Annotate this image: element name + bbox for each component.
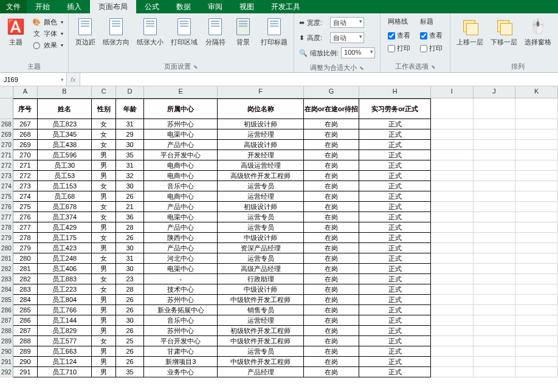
cell[interactable] (431, 346, 474, 357)
tab-7[interactable]: 开发工具 (263, 0, 309, 13)
cell[interactable]: 在岗 (304, 181, 360, 191)
cell[interactable]: 正式 (359, 274, 430, 284)
fx-label[interactable]: fx (67, 76, 80, 83)
cell[interactable] (474, 243, 516, 253)
fonts-button[interactable]: 文字体▾ (32, 29, 63, 38)
cell[interactable] (431, 315, 474, 326)
cell[interactable]: 35 (116, 367, 144, 377)
cell[interactable]: 销售专员 (218, 305, 303, 315)
cell[interactable]: 员工596 (38, 150, 92, 160)
row-head[interactable]: 292 (0, 367, 13, 377)
cell[interactable]: 28 (116, 222, 144, 233)
cell[interactable] (515, 367, 558, 377)
cell[interactable]: 员工345 (38, 129, 92, 140)
cell[interactable]: 在岗 (304, 191, 360, 202)
cell[interactable]: 正式 (359, 284, 430, 295)
height-combo[interactable]: 自动 (330, 32, 364, 43)
cell[interactable]: 正式 (359, 202, 430, 212)
cell[interactable]: 270 (13, 150, 38, 160)
cell[interactable]: 30 (116, 140, 144, 150)
cell[interactable]: 女 (92, 336, 116, 346)
cell[interactable]: 在岗 (304, 336, 360, 346)
cell[interactable] (474, 367, 516, 377)
row-head[interactable]: 274 (0, 181, 13, 191)
cell[interactable] (431, 119, 474, 129)
cell[interactable]: 31 (116, 253, 144, 264)
cell[interactable]: 男 (92, 160, 116, 171)
cell[interactable] (431, 181, 474, 191)
cell[interactable] (515, 140, 558, 150)
cell[interactable]: 在岗 (304, 357, 360, 367)
row-head[interactable]: 290 (0, 346, 13, 357)
cell[interactable]: 高级运营经理 (218, 160, 303, 171)
group-fit-label[interactable]: 调整为合适大小 (298, 62, 376, 74)
cell[interactable]: 技术中心 (144, 284, 218, 295)
cell[interactable]: 开发经理 (218, 150, 303, 160)
headings-print-check[interactable] (420, 45, 427, 52)
col-head-K[interactable]: K (515, 86, 558, 98)
cell[interactable] (431, 202, 474, 212)
cell[interactable]: 中级设计师 (218, 284, 303, 295)
cell[interactable] (474, 264, 516, 274)
cell[interactable] (431, 274, 474, 284)
cell[interactable]: 女 (92, 140, 116, 150)
cell[interactable]: 河北中心 (144, 253, 218, 264)
cell[interactable]: 女 (92, 274, 116, 284)
cell[interactable]: 员工68 (38, 191, 92, 202)
cell[interactable] (474, 357, 516, 367)
cell[interactable] (474, 202, 516, 212)
cell[interactable]: 正式 (359, 222, 430, 233)
col-head-H[interactable]: H (359, 86, 430, 98)
cell[interactable]: 31 (116, 160, 144, 171)
cell[interactable] (515, 129, 558, 140)
cell[interactable]: 271 (13, 160, 38, 171)
cell[interactable]: 268 (13, 129, 38, 140)
cell[interactable] (515, 202, 558, 212)
cell[interactable]: 产品中心 (144, 202, 218, 212)
cell[interactable]: 苏州中心 (144, 326, 218, 336)
cell[interactable] (474, 191, 516, 202)
cell[interactable]: 21 (116, 202, 144, 212)
cell[interactable]: 287 (13, 326, 38, 336)
cell[interactable]: 高级软件开发工程师 (218, 171, 303, 181)
header-cell[interactable] (431, 98, 474, 119)
cell[interactable] (474, 212, 516, 222)
cell[interactable]: 36 (116, 212, 144, 222)
cell[interactable]: 在岗 (304, 150, 360, 160)
header-cell[interactable]: 在岗or在途or待招 (304, 98, 360, 119)
cell[interactable]: 正式 (359, 129, 430, 140)
cell[interactable]: 273 (13, 181, 38, 191)
cell[interactable]: 286 (13, 315, 38, 326)
cell[interactable]: 284 (13, 295, 38, 305)
cell[interactable]: 行政助理 (218, 274, 303, 284)
cell[interactable]: 员工766 (38, 305, 92, 315)
cell[interactable]: - (144, 274, 218, 284)
cell[interactable]: 员工175 (38, 233, 92, 243)
tab-2[interactable]: 页面布局 (90, 0, 136, 13)
cell[interactable]: 在岗 (304, 315, 360, 326)
cell[interactable]: 男 (92, 295, 116, 305)
breaks-button[interactable]: 分隔符 (202, 16, 228, 48)
cell[interactable]: 正式 (359, 336, 430, 346)
cell[interactable]: 272 (13, 171, 38, 181)
cell[interactable]: 平台开发中心 (144, 150, 218, 160)
cell[interactable]: 30 (116, 181, 144, 191)
cell[interactable]: 产品经理 (218, 367, 303, 377)
cell[interactable] (431, 243, 474, 253)
cell[interactable]: 正式 (359, 160, 430, 171)
tab-4[interactable]: 数据 (168, 0, 199, 13)
cell[interactable]: 在岗 (304, 243, 360, 253)
cell[interactable]: 电渠中心 (144, 212, 218, 222)
row-head[interactable]: 285 (0, 295, 13, 305)
cell[interactable]: 员工577 (38, 336, 92, 346)
cell[interactable]: 音乐中心 (144, 181, 218, 191)
cell[interactable]: 在岗 (304, 233, 360, 243)
tab-5[interactable]: 审阅 (199, 0, 231, 13)
formula-input[interactable] (80, 73, 558, 86)
cell[interactable]: 男 (92, 171, 116, 181)
cell[interactable]: 产品中心 (144, 243, 218, 253)
cell[interactable]: 在岗 (304, 295, 360, 305)
cell[interactable] (515, 233, 558, 243)
cell[interactable] (515, 357, 558, 367)
cell[interactable]: 正式 (359, 315, 430, 326)
